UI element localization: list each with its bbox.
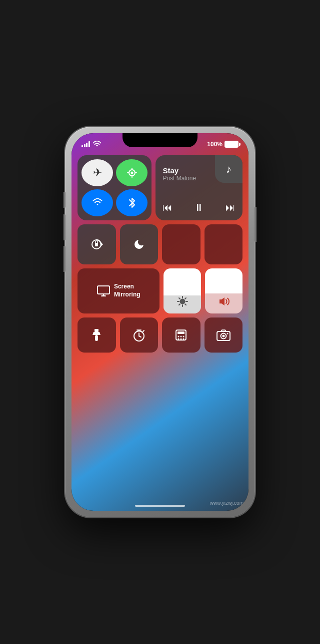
calculator-icon [174, 329, 188, 342]
album-art-thumbnail: ♪ [215, 155, 242, 183]
bluetooth-icon [128, 197, 136, 208]
svg-point-1 [130, 172, 133, 174]
sliders-container [164, 268, 242, 313]
airplane-mode-button[interactable]: ✈ [82, 159, 113, 186]
svg-rect-22 [94, 329, 98, 332]
svg-point-36 [180, 339, 182, 340]
moon-icon [133, 238, 145, 250]
svg-point-32 [178, 336, 180, 338]
mute-button[interactable] [64, 192, 66, 208]
next-button[interactable]: ⏭ [226, 202, 236, 213]
empty-slot-1 [162, 224, 200, 264]
battery-percent: 100% [207, 141, 222, 148]
wifi-icon [92, 198, 103, 207]
volume-slider[interactable] [205, 268, 242, 313]
empty-slot-2 [204, 224, 243, 264]
svg-line-18 [185, 304, 186, 305]
row-bottom [78, 317, 242, 353]
power-button[interactable] [254, 207, 256, 242]
svg-rect-24 [95, 335, 98, 341]
volume-down-button[interactable] [64, 246, 66, 272]
svg-point-35 [178, 339, 180, 340]
row-screen: Screen Mirroring [78, 268, 242, 313]
wifi-status-icon [92, 141, 102, 148]
svg-line-17 [179, 298, 180, 299]
control-center: ✈ [78, 155, 242, 496]
svg-line-19 [179, 304, 180, 305]
row-mid [78, 224, 242, 264]
watermark: www.yizwj.com [210, 500, 244, 506]
music-note-icon: ♪ [226, 163, 232, 176]
svg-point-41 [226, 333, 228, 335]
flashlight-icon [91, 328, 102, 342]
phone-inner: 100% ✈ [72, 133, 248, 511]
brightness-icon [176, 295, 188, 307]
bluetooth-button[interactable] [116, 189, 148, 216]
svg-line-27 [139, 336, 141, 337]
camera-icon [216, 329, 230, 341]
cellular-icon [126, 167, 138, 178]
cellular-button[interactable] [116, 159, 148, 186]
svg-marker-21 [220, 297, 224, 305]
now-playing-widget: ♪ Stay Post Malone ⏮ ⏸ ⏭ [156, 155, 242, 220]
timer-button[interactable] [120, 317, 158, 353]
battery-area: 100% [207, 141, 238, 148]
svg-line-29 [143, 331, 144, 332]
row-top: ✈ [78, 155, 242, 220]
connectivity-widget: ✈ [78, 155, 152, 220]
screen-mirroring-label-1: Screen [114, 283, 140, 291]
pause-button[interactable]: ⏸ [194, 202, 204, 213]
do-not-disturb-button[interactable] [120, 224, 158, 264]
volume-icon [218, 295, 230, 307]
phone-outer: 100% ✈ [65, 127, 255, 517]
svg-rect-8 [95, 243, 98, 246]
svg-point-12 [180, 299, 185, 304]
svg-rect-31 [178, 332, 184, 334]
wifi-toggle-button[interactable] [82, 189, 113, 216]
svg-point-37 [183, 339, 184, 340]
battery-icon [224, 141, 238, 148]
camera-button[interactable] [204, 317, 243, 353]
svg-point-40 [222, 335, 224, 338]
previous-button[interactable]: ⏮ [162, 202, 172, 213]
screen-mirroring-label-2: Mirroring [114, 291, 140, 299]
playback-controls: ⏮ ⏸ ⏭ [162, 202, 236, 213]
volume-up-button[interactable] [64, 214, 66, 240]
notch [122, 133, 198, 147]
screen: 100% ✈ [72, 133, 248, 511]
home-indicator[interactable] [135, 505, 185, 507]
svg-marker-7 [101, 242, 103, 246]
calculator-button[interactable] [162, 317, 200, 353]
svg-marker-23 [92, 332, 100, 335]
signal-icons [82, 141, 102, 148]
signal-bars [82, 141, 90, 147]
screen-mirroring-icon [97, 285, 110, 296]
svg-point-34 [183, 336, 184, 338]
svg-rect-9 [98, 286, 110, 294]
svg-point-33 [180, 336, 182, 338]
screen-mirroring-button[interactable]: Screen Mirroring [78, 268, 160, 313]
svg-line-20 [185, 298, 186, 299]
timer-icon [132, 329, 146, 342]
airplane-icon: ✈ [93, 166, 102, 179]
rotation-lock-button[interactable] [78, 224, 116, 264]
flashlight-button[interactable] [78, 317, 116, 353]
brightness-slider[interactable] [164, 268, 201, 313]
rotation-lock-icon [90, 237, 104, 251]
